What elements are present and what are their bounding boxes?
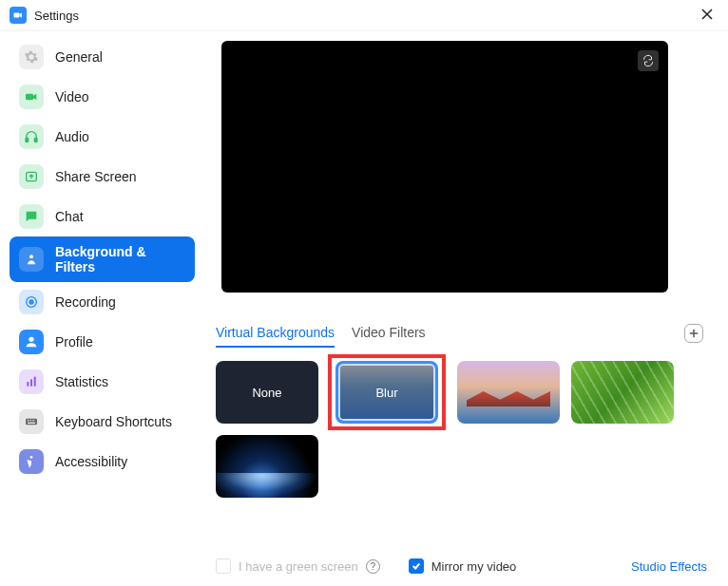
studio-effects-link[interactable]: Studio Effects <box>631 559 707 574</box>
add-background-button[interactable] <box>684 324 703 343</box>
sidebar-item-audio[interactable]: Audio <box>10 117 195 157</box>
background-image-bridge[interactable] <box>457 361 560 424</box>
main: General Video Audio Share Screen Chat <box>0 31 728 586</box>
recording-icon <box>19 290 44 314</box>
svg-rect-1 <box>26 94 33 101</box>
app-icon <box>10 7 27 24</box>
gear-icon <box>19 45 44 69</box>
sidebar-item-general[interactable]: General <box>10 37 195 77</box>
sidebar-item-share-screen[interactable]: Share Screen <box>10 157 195 197</box>
svg-rect-11 <box>34 377 36 387</box>
help-icon[interactable]: ? <box>366 559 380 574</box>
profile-icon <box>19 330 44 354</box>
sidebar-item-profile[interactable]: Profile <box>10 322 195 362</box>
titlebar-left: Settings <box>10 7 79 24</box>
footer-options: I have a green screen ? Mirror my video … <box>216 549 707 579</box>
sidebar-item-label: Share Screen <box>55 169 137 184</box>
tab-video-filters[interactable]: Video Filters <box>352 319 426 348</box>
sidebar-item-video[interactable]: Video <box>10 77 195 117</box>
window-title: Settings <box>34 9 79 23</box>
close-icon <box>701 9 713 20</box>
rotate-camera-button[interactable] <box>638 50 659 71</box>
svg-rect-14 <box>28 420 29 421</box>
sidebar-item-label: Profile <box>55 334 93 350</box>
background-blur-highlight: Blur <box>328 354 446 430</box>
svg-rect-12 <box>26 419 37 425</box>
keyboard-icon <box>19 409 44 434</box>
sidebar-item-keyboard-shortcuts[interactable]: Keyboard Shortcuts <box>10 402 195 442</box>
sidebar-item-label: Accessibility <box>55 454 127 469</box>
sidebar-item-label: Background & Filters <box>55 244 185 274</box>
sidebar-item-accessibility[interactable]: Accessibility <box>10 442 195 482</box>
close-button[interactable] <box>696 6 718 25</box>
titlebar: Settings <box>0 0 728 31</box>
svg-point-5 <box>29 255 33 258</box>
green-screen-checkbox <box>216 558 231 574</box>
background-label: None <box>252 386 281 400</box>
svg-rect-15 <box>30 420 31 421</box>
background-blur[interactable]: Blur <box>335 361 438 424</box>
statistics-icon <box>19 369 44 394</box>
svg-rect-16 <box>32 420 33 421</box>
sidebar-item-label: General <box>55 49 103 65</box>
svg-point-8 <box>29 337 33 342</box>
video-icon <box>19 85 44 109</box>
sidebar-item-statistics[interactable]: Statistics <box>10 362 195 402</box>
background-label: Blur <box>375 386 397 400</box>
rotate-icon <box>642 54 655 67</box>
sidebar-item-label: Keyboard Shortcuts <box>55 414 172 429</box>
background-icon <box>19 247 44 272</box>
svg-point-7 <box>29 300 33 304</box>
sidebar-item-label: Audio <box>55 129 89 144</box>
svg-rect-10 <box>30 379 32 386</box>
chat-icon <box>19 204 44 229</box>
green-screen-label: I have a green screen <box>239 559 358 574</box>
background-image-grass[interactable] <box>571 361 674 424</box>
svg-point-17 <box>30 456 33 459</box>
sidebar-item-label: Video <box>55 89 89 104</box>
sidebar-item-label: Chat <box>55 209 84 224</box>
background-image-earth[interactable] <box>216 435 318 498</box>
sidebar-item-background-filters[interactable]: Background & Filters <box>10 236 195 282</box>
svg-rect-2 <box>26 138 29 142</box>
background-grid: None Blur <box>216 361 707 498</box>
mirror-checkbox[interactable] <box>409 558 424 574</box>
headphones-icon <box>19 124 44 149</box>
svg-rect-9 <box>27 382 29 387</box>
tab-virtual-backgrounds[interactable]: Virtual Backgrounds <box>216 319 335 348</box>
sidebar-item-recording[interactable]: Recording <box>10 282 195 322</box>
svg-rect-0 <box>14 13 20 18</box>
plus-icon <box>689 329 699 338</box>
sidebar-item-chat[interactable]: Chat <box>10 197 195 236</box>
sidebar: General Video Audio Share Screen Chat <box>0 31 204 586</box>
svg-rect-3 <box>34 138 37 142</box>
background-none[interactable]: None <box>216 361 318 424</box>
share-screen-icon <box>19 164 44 189</box>
content-panel: Virtual Backgrounds Video Filters None B… <box>204 31 728 586</box>
mirror-label: Mirror my video <box>431 559 517 574</box>
tabs: Virtual Backgrounds Video Filters <box>216 319 707 348</box>
sidebar-item-label: Recording <box>55 294 116 310</box>
check-icon <box>412 561 421 571</box>
video-preview <box>221 41 668 293</box>
svg-rect-13 <box>28 423 35 424</box>
accessibility-icon <box>19 449 44 474</box>
sidebar-item-label: Statistics <box>55 374 108 389</box>
